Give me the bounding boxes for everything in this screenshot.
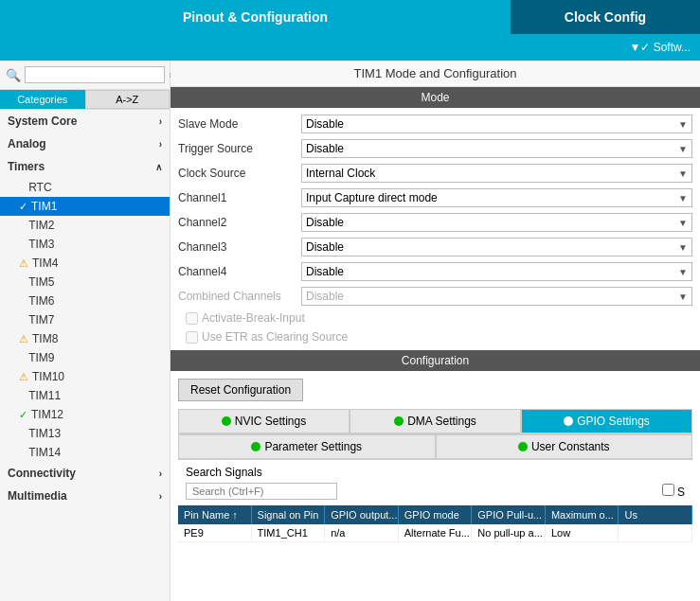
- sidebar-item-analog[interactable]: Analog ›: [0, 133, 170, 155]
- connectivity-label: Connectivity: [8, 467, 76, 480]
- tab-gpio-settings[interactable]: GPIO Settings: [521, 409, 692, 433]
- use-etr-checkbox[interactable]: [186, 331, 198, 344]
- cell-us: [619, 524, 692, 541]
- cell-gpio-pull: No pull-up a...: [472, 524, 546, 541]
- slave-mode-select[interactable]: Disable ▼: [301, 115, 692, 133]
- reset-config-button[interactable]: Reset Configuration: [178, 379, 303, 401]
- config-tabs-row2: Parameter Settings User Constants: [178, 434, 692, 460]
- gpio-settings-label: GPIO Settings: [577, 415, 650, 428]
- channel2-label: Channel2: [178, 216, 301, 229]
- sidebar-item-tim7[interactable]: TIM7: [0, 310, 170, 329]
- cell-gpio-mode: Alternate Fu...: [399, 524, 473, 541]
- sidebar-item-tim13[interactable]: TIM13: [0, 424, 170, 443]
- chevron-down-icon: ▼: [678, 119, 688, 130]
- sidebar-item-tim10[interactable]: ⚠ TIM10: [0, 367, 170, 386]
- search-bar: 🔍 ⚙: [0, 61, 170, 90]
- channel3-label: Channel3: [178, 240, 301, 254]
- multimedia-label: Multimedia: [8, 489, 67, 503]
- sidebar-item-tim1[interactable]: ✓ TIM1: [0, 197, 170, 216]
- activate-break-label: Activate-Break-Input: [202, 311, 305, 325]
- blank-icon: [19, 428, 25, 439]
- s-checkbox-area: S: [662, 484, 685, 499]
- app-container: Pinout & Configuration Clock Config ▼ ✓ …: [0, 0, 700, 601]
- channel3-select[interactable]: Disable ▼: [301, 238, 692, 256]
- tim2-label: TIM2: [28, 219, 54, 232]
- tim3-label: TIM3: [28, 238, 54, 251]
- chevron-down-icon: ∧: [155, 162, 162, 172]
- chevron-right-icon: ›: [159, 139, 162, 150]
- sidebar-item-tim6[interactable]: TIM6: [0, 292, 170, 310]
- sidebar-item-tim11[interactable]: TIM11: [0, 386, 170, 405]
- col-us[interactable]: Us: [619, 505, 692, 524]
- signals-checkbox[interactable]: [662, 484, 674, 496]
- tab-nvic-settings[interactable]: NVIC Settings: [178, 409, 350, 433]
- col-signal-on-pin[interactable]: Signal on Pin: [252, 505, 326, 524]
- sidebar: 🔍 ⚙ Categories A->Z System Core › Analog: [0, 61, 171, 601]
- sidebar-item-tim9[interactable]: TIM9: [0, 348, 170, 367]
- sidebar-item-tim5[interactable]: TIM5: [0, 273, 170, 292]
- clock-source-select[interactable]: Internal Clock ▼: [301, 164, 692, 183]
- tab-parameter-settings[interactable]: Parameter Settings: [178, 434, 436, 459]
- config-tabs-row1: NVIC Settings DMA Settings GPIO Settings: [178, 409, 692, 434]
- channel1-select[interactable]: Input Capture direct mode ▼: [301, 188, 692, 207]
- mode-form: Slave Mode Disable ▼ Trigger Source Disa…: [171, 108, 700, 350]
- trigger-source-select[interactable]: Disable ▼: [301, 139, 692, 158]
- analog-label: Analog: [8, 137, 46, 150]
- white-dot-icon: [564, 416, 573, 426]
- col-gpio-pull[interactable]: GPIO Pull-u...: [472, 505, 546, 524]
- table-row[interactable]: PE9 TIM1_CH1 n/a Alternate Fu... No pull…: [178, 524, 692, 542]
- user-constants-label: User Constants: [531, 440, 610, 453]
- tim13-label: TIM13: [28, 427, 61, 440]
- col-gpio-output[interactable]: GPIO output...: [325, 505, 399, 524]
- sidebar-item-tim12[interactable]: ✓ TIM12: [0, 405, 170, 424]
- sidebar-item-tim2[interactable]: TIM2: [0, 216, 170, 235]
- sidebar-item-timers[interactable]: Timers ∧: [0, 155, 170, 178]
- channel2-value: Disable: [306, 216, 678, 229]
- sidebar-item-system-core[interactable]: System Core ›: [0, 110, 170, 133]
- sidebar-item-connectivity[interactable]: Connectivity ›: [0, 462, 170, 485]
- green-dot-icon: [251, 442, 260, 451]
- blank-icon: [19, 352, 25, 363]
- channel4-row: Channel4 Disable ▼: [171, 259, 700, 284]
- tab-user-constants[interactable]: User Constants: [436, 434, 693, 459]
- combined-channels-select[interactable]: Disable ▼: [301, 287, 692, 306]
- use-etr-row: Use ETR as Clearing Source: [171, 327, 700, 346]
- channel1-row: Channel1 Input Capture direct mode ▼: [171, 186, 700, 210]
- tab-dma-settings[interactable]: DMA Settings: [350, 409, 521, 433]
- combined-channels-row: Combined Channels Disable ▼: [171, 284, 700, 309]
- clock-source-label: Clock Source: [178, 167, 301, 180]
- checkbox-label-s: S: [677, 486, 685, 499]
- sidebar-item-tim14[interactable]: TIM14: [0, 443, 170, 462]
- activate-break-checkbox[interactable]: [186, 312, 198, 325]
- cell-pin-name: PE9: [178, 524, 252, 541]
- trigger-source-value: Disable: [306, 142, 678, 155]
- sidebar-tabs: Categories A->Z: [0, 90, 170, 110]
- slave-mode-label: Slave Mode: [178, 117, 301, 131]
- chevron-down-icon: ▼: [678, 292, 688, 302]
- col-gpio-mode[interactable]: GPIO mode: [399, 505, 473, 524]
- search-input[interactable]: [25, 66, 165, 83]
- blank-icon: [19, 182, 25, 193]
- sidebar-item-tim8[interactable]: ⚠ TIM8: [0, 329, 170, 348]
- tab-categories[interactable]: Categories: [0, 90, 85, 109]
- activate-break-row: Activate-Break-Input: [171, 309, 700, 327]
- tim8-label: TIM8: [32, 332, 58, 345]
- config-section-header: Configuration: [171, 350, 700, 371]
- tab-az[interactable]: A->Z: [85, 90, 171, 109]
- chevron-down-icon: ▼: [678, 193, 688, 203]
- channel2-select[interactable]: Disable ▼: [301, 213, 692, 232]
- sidebar-item-rtc[interactable]: RTC: [0, 178, 170, 197]
- clock-source-value: Internal Clock: [306, 167, 678, 180]
- tim7-label: TIM7: [28, 313, 54, 327]
- sidebar-item-tim4[interactable]: ⚠ TIM4: [0, 254, 170, 273]
- sidebar-item-tim3[interactable]: TIM3: [0, 235, 170, 254]
- sidebar-item-multimedia[interactable]: Multimedia ›: [0, 485, 170, 507]
- chevron-down-icon: ▼: [678, 267, 688, 277]
- col-pin-name[interactable]: Pin Name ↑: [178, 505, 252, 524]
- col-max-output[interactable]: Maximum o...: [546, 505, 619, 524]
- channel4-select[interactable]: Disable ▼: [301, 262, 692, 281]
- search-signals-section: Search Signals S: [178, 460, 692, 505]
- search-signals-input[interactable]: [186, 483, 337, 500]
- nvic-settings-label: NVIC Settings: [235, 415, 306, 428]
- search-signals-row: S: [186, 483, 685, 500]
